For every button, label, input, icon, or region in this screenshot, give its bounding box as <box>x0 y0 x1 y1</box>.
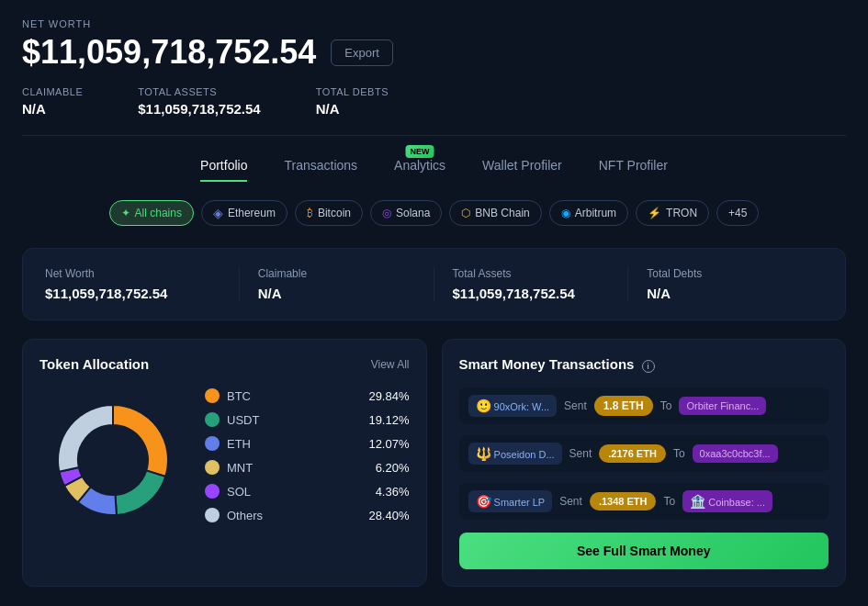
token-percentage: 19.12% <box>368 413 409 427</box>
smart-money-title: Smart Money Transactions i <box>459 356 655 373</box>
sm-action: Sent <box>564 399 587 412</box>
tab-wallet-profiler[interactable]: Wallet Profiler <box>482 158 562 182</box>
total-debts-value: N/A <box>316 101 389 117</box>
token-percentage: 12.07% <box>368 437 409 451</box>
tron-icon: ⚡ <box>648 207 661 219</box>
stat-claimable: Claimable N/A <box>240 267 434 301</box>
info-icon: i <box>642 360 655 373</box>
bottom-panels: Token Allocation View All BTC 29.84% USD… <box>22 339 846 587</box>
solana-icon: ◎ <box>382 207 391 219</box>
chain-arbitrum[interactable]: ◉ Arbitrum <box>549 200 628 226</box>
stat-total-debts: Total Debts N/A <box>628 267 823 301</box>
export-button[interactable]: Export <box>331 39 393 66</box>
token-color-dot <box>205 412 220 427</box>
chain-solana[interactable]: ◎ Solana <box>370 200 442 226</box>
sm-from-address[interactable]: 🔱 Poseidon D... <box>468 443 562 465</box>
sm-from-address[interactable]: 🎯 Smarter LP <box>468 490 553 512</box>
tab-analytics[interactable]: NEW Analytics <box>394 158 445 182</box>
token-list-item: USDT 19.12% <box>205 412 410 427</box>
token-color-dot <box>205 484 220 499</box>
sm-to-label: To <box>660 399 672 412</box>
arbitrum-icon: ◉ <box>561 207 570 219</box>
sm-action: Sent <box>569 447 592 460</box>
main-container: NET WORTH $11,059,718,752.54 Export CLAI… <box>0 0 868 605</box>
chain-more[interactable]: +45 <box>716 200 759 226</box>
token-allocation-title: Token Allocation <box>39 356 149 372</box>
token-color-dot <box>205 460 220 475</box>
total-debts-summary: TOTAL DEBTS N/A <box>316 86 389 117</box>
stat-total-assets: Total Assets $11,059,718,752.54 <box>434 267 629 301</box>
net-worth-label: NET WORTH <box>22 18 846 29</box>
sm-to-label: To <box>663 495 675 508</box>
chain-tron[interactable]: ⚡ TRON <box>636 200 709 226</box>
sm-amount: .1348 ETH <box>590 492 657 511</box>
token-name: USDT <box>227 413 361 427</box>
chain-bitcoin[interactable]: ₿ Bitcoin <box>295 200 363 226</box>
claimable-label: CLAIMABLE <box>22 86 83 97</box>
claimable-value: N/A <box>22 101 83 117</box>
token-allocation-panel: Token Allocation View All BTC 29.84% USD… <box>22 339 427 587</box>
chain-all-chains[interactable]: ✦ All chains <box>109 200 194 226</box>
tab-nft-profiler[interactable]: NFT Profiler <box>599 158 668 182</box>
token-list: BTC 29.84% USDT 19.12% ETH 12.07% MNT 6.… <box>205 388 410 532</box>
stat-net-worth: Net Worth $11,059,718,752.54 <box>45 267 240 301</box>
smart-money-row: 🎯 Smarter LP Sent .1348 ETH To 🏦 Coinbas… <box>459 483 829 520</box>
panel-header-smart-money: Smart Money Transactions i <box>459 356 829 373</box>
all-chains-icon: ✦ <box>121 207 130 219</box>
total-debts-label: TOTAL DEBTS <box>316 86 389 97</box>
bnb-icon: ⬡ <box>461 207 470 219</box>
token-allocation-content: BTC 29.84% USDT 19.12% ETH 12.07% MNT 6.… <box>39 387 410 533</box>
token-color-dot <box>205 508 220 522</box>
token-color-dot <box>205 388 220 403</box>
token-list-item: SOL 4.36% <box>205 484 410 499</box>
stats-row: Net Worth $11,059,718,752.54 Claimable N… <box>22 248 846 320</box>
net-worth-value: $11,059,718,752.54 <box>22 33 316 72</box>
token-name: SOL <box>227 485 368 499</box>
ethereum-icon: ◈ <box>213 206 223 220</box>
token-color-dot <box>205 436 220 451</box>
total-assets-label: TOTAL ASSETS <box>138 86 260 97</box>
donut-chart <box>39 387 186 533</box>
bitcoin-icon: ₿ <box>307 207 313 219</box>
token-name: MNT <box>227 461 368 475</box>
smart-money-transactions: 🙂 90xOrk: W... Sent 1.8 ETH To Orbiter F… <box>459 387 829 520</box>
view-all-link[interactable]: View All <box>371 358 410 371</box>
claimable-summary: CLAIMABLE N/A <box>22 86 83 117</box>
sm-amount: 1.8 ETH <box>594 396 653 416</box>
token-list-item: MNT 6.20% <box>205 460 410 475</box>
token-percentage: 29.84% <box>368 389 409 403</box>
new-badge: NEW <box>406 145 434 158</box>
token-percentage: 6.20% <box>376 461 410 475</box>
sm-to-label: To <box>673 447 685 460</box>
chain-bnb[interactable]: ⬡ BNB Chain <box>449 200 541 226</box>
token-percentage: 4.36% <box>376 485 410 499</box>
smart-money-panel: Smart Money Transactions i 🙂 90xOrk: W..… <box>442 339 847 587</box>
sm-from-address[interactable]: 🙂 90xOrk: W... <box>468 395 558 417</box>
see-full-smart-money-button[interactable]: See Full Smart Money <box>459 533 829 569</box>
tab-portfolio[interactable]: Portfolio <box>200 158 247 182</box>
token-list-item: Others 28.40% <box>205 508 410 522</box>
sm-destination[interactable]: 🏦 Coinbase: ... <box>682 490 772 512</box>
token-name: ETH <box>227 437 361 451</box>
smart-money-row: 🔱 Poseidon D... Sent .2176 ETH To 0xaa3c… <box>459 435 829 472</box>
token-name: BTC <box>227 389 361 403</box>
summary-row: CLAIMABLE N/A TOTAL ASSETS $11,059,718,7… <box>22 86 846 136</box>
token-list-item: ETH 12.07% <box>205 436 410 451</box>
smart-money-row: 🙂 90xOrk: W... Sent 1.8 ETH To Orbiter F… <box>459 387 829 424</box>
token-name: Others <box>227 509 361 522</box>
total-assets-value: $11,059,718,752.54 <box>138 101 260 117</box>
tabs-container: Portfolio Transactions NEW Analytics Wal… <box>22 158 846 182</box>
panel-header-token: Token Allocation View All <box>39 356 410 372</box>
chain-filters: ✦ All chains ◈ Ethereum ₿ Bitcoin ◎ Sola… <box>22 200 846 226</box>
token-list-item: BTC 29.84% <box>205 388 410 403</box>
sm-amount: .2176 ETH <box>599 444 666 463</box>
tab-transactions[interactable]: Transactions <box>284 158 357 182</box>
sm-destination[interactable]: 0xaa3c0cbc3f... <box>693 444 778 463</box>
chain-ethereum[interactable]: ◈ Ethereum <box>201 200 287 226</box>
sm-destination[interactable]: Orbiter Financ... <box>679 397 766 415</box>
sm-action: Sent <box>559 495 582 508</box>
token-percentage: 28.40% <box>368 509 409 522</box>
total-assets-summary: TOTAL ASSETS $11,059,718,752.54 <box>138 86 260 117</box>
